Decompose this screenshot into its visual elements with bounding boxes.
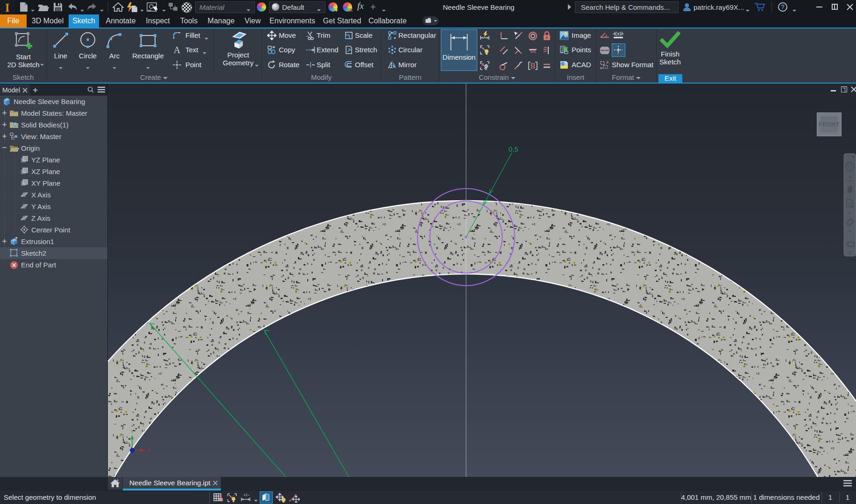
svg-text:Y: Y (131, 429, 134, 434)
svg-text:0,5: 0,5 (509, 145, 518, 153)
svg-text:+/−: +/− (243, 493, 249, 497)
svg-text:X: X (147, 448, 150, 453)
svg-text:H(x)H: H(x)H (613, 31, 624, 36)
svg-text:A: A (174, 45, 181, 55)
